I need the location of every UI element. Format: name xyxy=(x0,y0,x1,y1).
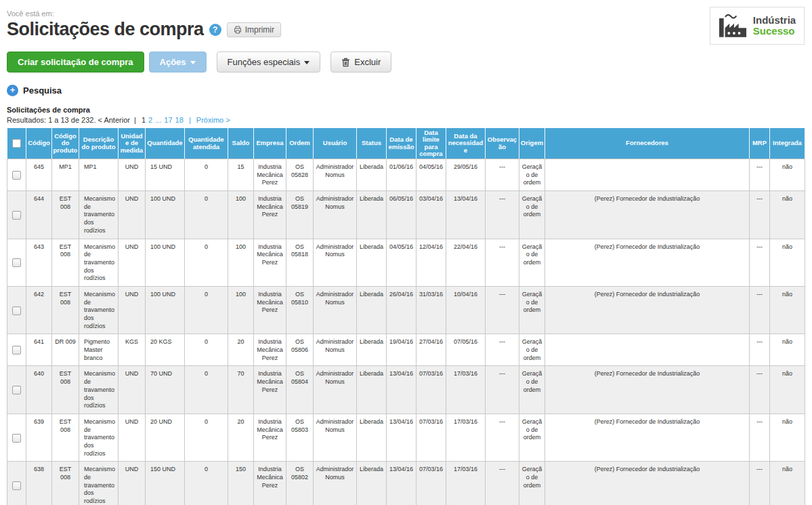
cell-codigo_produto: EST 008 xyxy=(52,462,79,505)
cell-data_emissao: 13/04/16 xyxy=(387,413,416,461)
cell-codigo_produto: EST 008 xyxy=(52,286,79,334)
cell-data_limite_compra: 12/04/16 xyxy=(416,239,446,286)
cell-ordem: OS 05806 xyxy=(286,334,314,366)
row-checkbox[interactable] xyxy=(12,481,21,490)
row-checkbox[interactable] xyxy=(12,171,21,180)
cell-descricao_produto: Mecanismo de travamento dos rodízios xyxy=(79,366,119,413)
cell-codigo_produto: MP1 xyxy=(52,159,79,191)
pagination-ellipsis: ... xyxy=(155,116,161,124)
actions-dropdown-button[interactable]: Ações xyxy=(149,52,207,73)
cell-codigo: 638 xyxy=(26,462,52,505)
table-row: 639EST 008Mecanismo de travamento dos ro… xyxy=(7,413,805,461)
cell-quantidade: 20 UND xyxy=(146,413,185,461)
pagination-separator: | xyxy=(134,116,136,124)
cell-observacao: --- xyxy=(486,159,519,191)
delete-button[interactable]: Excluir xyxy=(330,52,391,73)
cell-codigo: 640 xyxy=(26,366,52,413)
cell-codigo_produto: EST 008 xyxy=(52,413,79,461)
cell-status: Liberada xyxy=(357,462,387,505)
row-checkbox[interactable] xyxy=(12,386,21,395)
logo-line1: Indústria xyxy=(753,15,796,26)
cell-fornecedores: (Perez) Fornecedor de Industrialização xyxy=(545,413,750,461)
row-checkbox[interactable] xyxy=(12,346,21,355)
cell-data_limite_compra: 31/03/16 xyxy=(416,286,446,334)
delete-button-label: Excluir xyxy=(354,57,381,67)
cell-quantidade_atendida: 0 xyxy=(185,334,228,366)
cell-codigo: 643 xyxy=(26,239,52,286)
cell-fornecedores: (Perez) Fornecedor de Industrialização xyxy=(545,239,750,286)
cell-observacao: --- xyxy=(486,413,519,461)
row-select-cell xyxy=(7,286,26,334)
pagination-separator: | xyxy=(189,116,191,124)
row-select-cell xyxy=(7,239,26,286)
cell-observacao: --- xyxy=(486,462,519,505)
cell-codigo: 642 xyxy=(26,286,52,334)
cell-codigo_produto: EST 008 xyxy=(52,191,79,239)
pagination-page-link[interactable]: 2 xyxy=(148,116,152,124)
cell-mrp: --- xyxy=(750,334,770,366)
cell-usuario: Administrador Nomus xyxy=(314,239,357,286)
cell-status: Liberada xyxy=(357,159,387,191)
cell-unidade_medida: UND xyxy=(119,413,146,461)
cell-quantidade: 150 UND xyxy=(146,462,185,505)
pagination-page-link[interactable]: 18 xyxy=(175,116,184,124)
select-all-checkbox[interactable] xyxy=(12,139,21,148)
cell-status: Liberada xyxy=(357,239,387,286)
search-section-toggle[interactable]: + Pesquisa xyxy=(7,85,805,96)
cell-codigo_produto: DR 009 xyxy=(52,334,79,366)
cell-descricao_produto: Mecanismo de travamento dos rodízios xyxy=(79,413,119,461)
col-header-data_limite_compra: Data limite para compra xyxy=(416,128,446,159)
row-checkbox[interactable] xyxy=(12,434,21,443)
row-checkbox[interactable] xyxy=(12,258,21,267)
cell-saldo: 100 xyxy=(228,191,254,239)
col-header-unidade_medida: Unidade de medida xyxy=(119,128,146,159)
cell-unidade_medida: KGS xyxy=(119,334,146,366)
row-select-cell xyxy=(7,462,26,505)
col-header-ordem: Ordem xyxy=(286,128,314,159)
cell-data_limite_compra: 07/03/16 xyxy=(416,413,446,461)
chevron-down-icon xyxy=(190,61,196,64)
pagination-next[interactable]: Próximo > xyxy=(196,116,230,124)
print-button[interactable]: Imprimir xyxy=(227,22,281,37)
cell-ordem: OS 05802 xyxy=(286,462,314,505)
help-icon[interactable]: ? xyxy=(209,24,221,36)
cell-data_necessidade: 22/04/16 xyxy=(446,239,486,286)
col-header-empresa: Empresa xyxy=(254,128,286,159)
cell-quantidade: 100 UND xyxy=(146,286,185,334)
create-request-button[interactable]: Criar solicitação de compra xyxy=(7,52,144,73)
cell-saldo: 20 xyxy=(228,413,254,461)
cell-codigo: 645 xyxy=(26,159,52,191)
pagination-page-link[interactable]: 17 xyxy=(164,116,172,124)
cell-usuario: Administrador Nomus xyxy=(314,191,357,239)
cell-empresa: Industria Mecânica Perez xyxy=(254,462,286,505)
cell-fornecedores: (Perez) Fornecedor de Industrialização xyxy=(545,286,750,334)
cell-mrp: --- xyxy=(750,462,770,505)
cell-saldo: 70 xyxy=(228,366,254,413)
cell-empresa: Industria Mecânica Perez xyxy=(254,191,286,239)
col-header-select xyxy=(7,128,26,159)
cell-usuario: Administrador Nomus xyxy=(314,334,357,366)
cell-unidade_medida: UND xyxy=(119,286,146,334)
print-button-label: Imprimir xyxy=(245,25,274,35)
cell-empresa: Industria Mecânica Perez xyxy=(254,239,286,286)
cell-mrp: --- xyxy=(750,239,770,286)
cell-empresa: Industria Mecânica Perez xyxy=(254,286,286,334)
special-functions-label: Funções especiais xyxy=(228,57,301,67)
trash-icon xyxy=(341,58,350,67)
cell-integrada: não xyxy=(770,286,805,334)
cell-descricao_produto: Mecanismo de travamento dos rodízios xyxy=(79,286,119,334)
cell-fornecedores: (Perez) Fornecedor de Industrialização xyxy=(545,366,750,413)
cell-status: Liberada xyxy=(357,286,387,334)
col-header-status: Status xyxy=(357,128,387,159)
row-checkbox[interactable] xyxy=(12,306,21,315)
cell-integrada: não xyxy=(770,413,805,461)
printer-icon xyxy=(234,26,242,34)
special-functions-dropdown-button[interactable]: Funções especiais xyxy=(217,52,321,73)
row-checkbox[interactable] xyxy=(12,211,21,220)
col-header-codigo_produto: Código do produto xyxy=(52,128,79,159)
cell-integrada: não xyxy=(770,462,805,505)
col-header-descricao_produto: Descrição do produto xyxy=(79,128,119,159)
col-header-usuario: Usuário xyxy=(314,128,357,159)
cell-usuario: Administrador Nomus xyxy=(314,462,357,505)
cell-ordem: OS 05818 xyxy=(286,239,314,286)
